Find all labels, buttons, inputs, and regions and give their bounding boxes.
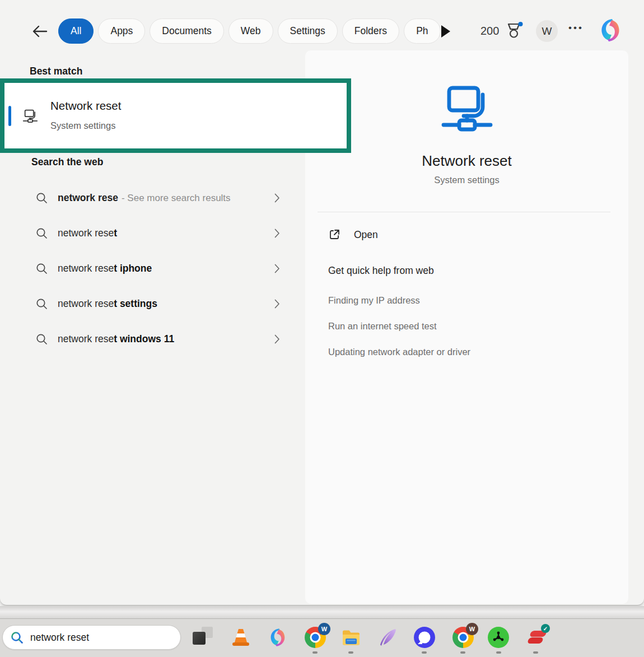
more-options-button[interactable]: ••• [568, 22, 584, 34]
search-icon [36, 263, 48, 274]
w-badge: W [466, 623, 478, 635]
running-indicator [460, 651, 465, 654]
best-match-subtitle: System settings [50, 120, 115, 131]
suggestion-row[interactable]: network reset [28, 220, 291, 246]
web-suggestions: network rese- See more search results ne… [28, 185, 291, 361]
tab-apps[interactable]: Apps [98, 18, 145, 44]
suggestion-query: network rese [58, 192, 118, 203]
tab-web[interactable]: Web [228, 18, 273, 44]
tab-photos-truncated[interactable]: Ph [404, 18, 440, 44]
help-link-speed-test[interactable]: Run an internet speed test [328, 321, 470, 332]
tab-all[interactable]: All [58, 18, 94, 44]
suggestion-row[interactable]: network reset settings [28, 291, 291, 316]
chrome-icon[interactable]: W [305, 627, 326, 648]
running-indicator [496, 651, 501, 654]
preview-title: Network reset [305, 152, 628, 170]
help-link-adapter-driver[interactable]: Updating network adapter or driver [328, 347, 470, 357]
suggestion-suffix: t settings [114, 298, 157, 309]
file-explorer-icon[interactable] [340, 627, 362, 648]
chevron-right-icon [274, 229, 280, 238]
annotation-highlight-box: Network reset System settings [0, 78, 351, 153]
desktop-background-strip [0, 606, 644, 618]
running-indicator [533, 651, 538, 654]
signal-icon[interactable] [414, 627, 435, 648]
chevron-right-icon [274, 334, 280, 344]
tab-documents[interactable]: Documents [150, 18, 224, 44]
suggestion-row[interactable]: network reset iphone [28, 255, 291, 281]
network-reset-icon [22, 108, 38, 126]
copilot-icon[interactable] [597, 17, 624, 44]
rewards-points: 200 [480, 25, 499, 38]
filter-tabs: All Apps Documents Web Settings Folders … [58, 18, 441, 44]
suggestion-prefix: network rese [58, 227, 114, 239]
share-node-icon[interactable] [488, 627, 509, 648]
best-match-heading: Best match [30, 66, 82, 77]
suggestion-suffix: t [114, 227, 117, 239]
divider [318, 212, 610, 212]
check-badge: ✓ [541, 624, 550, 633]
search-icon [36, 227, 48, 239]
network-reset-large-icon [440, 81, 494, 137]
tab-settings[interactable]: Settings [278, 18, 338, 44]
rewards-medal-icon[interactable] [506, 21, 524, 44]
selection-accent-bar [8, 106, 11, 126]
suggestion-prefix: network rese [58, 263, 114, 274]
play-icon [441, 25, 450, 38]
chrome-icon-2[interactable]: W [452, 627, 474, 648]
back-button[interactable] [31, 23, 49, 40]
suggestion-prefix: network rese [58, 298, 114, 309]
running-indicator [348, 651, 353, 654]
search-the-web-heading: Search the web [31, 156, 103, 168]
vlc-icon[interactable] [230, 627, 251, 648]
user-avatar[interactable]: W [536, 20, 558, 42]
chevron-right-icon [274, 193, 280, 203]
preview-panel: Network reset System settings Open Get q… [305, 50, 628, 604]
stacked-windows-icon[interactable] [192, 627, 213, 648]
chevron-right-icon [274, 299, 280, 309]
chevron-right-icon [274, 264, 280, 273]
help-link-ip-address[interactable]: Finding my IP address [328, 295, 470, 306]
suggestion-prefix: network rese [58, 333, 114, 344]
taskbar-search-box[interactable] [2, 625, 181, 650]
expressvpn-icon[interactable]: ✓ [525, 627, 549, 648]
w-badge: W [318, 623, 330, 635]
search-icon [11, 631, 24, 644]
running-indicator [422, 651, 427, 654]
copilot-icon[interactable] [267, 627, 288, 648]
running-indicator [312, 651, 318, 654]
suggestion-suffix: t iphone [114, 263, 152, 274]
open-action[interactable]: Open [328, 229, 378, 241]
quick-help-links: Finding my IP address Run an internet sp… [328, 295, 470, 372]
taskbar-search-input[interactable] [30, 632, 165, 644]
search-icon [36, 192, 48, 204]
best-match-result[interactable]: Network reset System settings [4, 83, 347, 148]
preview-subtitle: System settings [305, 175, 628, 185]
suggestion-row[interactable]: network rese- See more search results [28, 185, 291, 211]
search-icon [36, 298, 48, 310]
quick-help-heading: Get quick help from web [328, 265, 434, 277]
tab-folders[interactable]: Folders [342, 18, 399, 44]
open-label: Open [354, 229, 378, 241]
suggestion-suffix: t windows 11 [114, 333, 174, 344]
best-match-title: Network reset [50, 99, 121, 113]
search-icon [36, 333, 48, 345]
quill-icon[interactable] [377, 627, 399, 648]
external-link-icon [328, 229, 340, 241]
suggestion-note: - See more search results [122, 193, 231, 203]
suggestion-row[interactable]: network reset windows 11 [28, 326, 291, 352]
search-flyout: All Apps Documents Web Settings Folders … [0, 0, 644, 605]
